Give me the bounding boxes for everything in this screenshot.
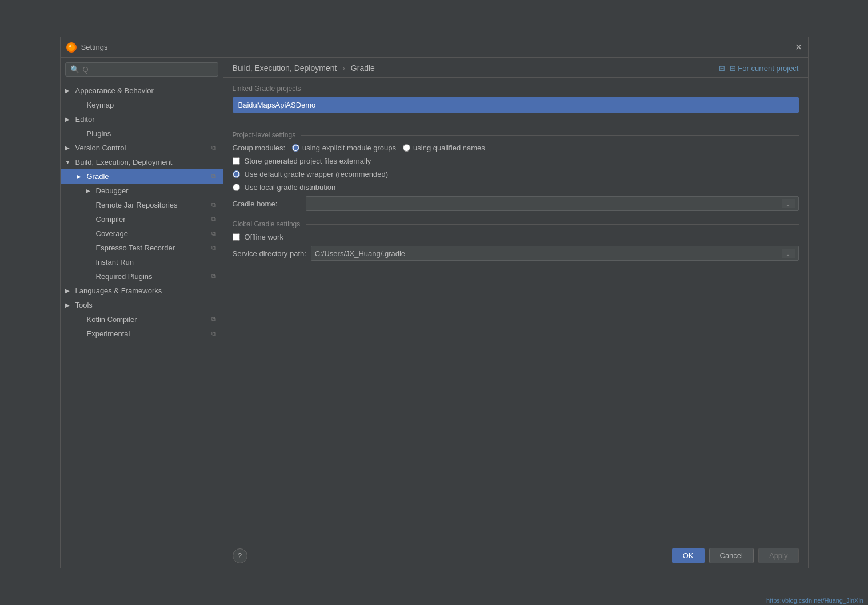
panel-body: Linked Gradle projects BaiduMapsApiASDem… <box>223 78 808 543</box>
arrow-icon: ▶ <box>86 188 93 194</box>
sidebar-item-experimental[interactable]: Experimental ⧉ <box>61 327 223 341</box>
radio-qualified-label: using qualified names <box>413 144 485 152</box>
sidebar-item-label: Espresso Test Recorder <box>96 244 175 252</box>
sidebar-item-compiler[interactable]: Compiler ⧉ <box>61 212 223 226</box>
service-dir-row: Service directory path: C:/Users/JX_Huan… <box>233 246 799 261</box>
radio-local-label[interactable]: Use local gradle distribution <box>245 183 336 192</box>
sidebar-item-build-exec[interactable]: ▼ Build, Execution, Deployment <box>61 155 223 169</box>
copy-icon: ⧉ <box>211 316 216 323</box>
store-files-row: Store generated project files externally <box>233 157 799 165</box>
search-box[interactable]: 🔍 <box>65 62 218 77</box>
sidebar-item-remote-jar[interactable]: Remote Jar Repositories ⧉ <box>61 198 223 212</box>
sidebar-item-gradle[interactable]: ▶ Gradle ⧉ <box>61 169 223 184</box>
service-dir-label: Service directory path: <box>233 249 306 258</box>
svg-point-0 <box>68 44 75 51</box>
gradle-home-browse-button[interactable]: … <box>782 199 795 208</box>
radio-explicit-option[interactable]: using explicit module groups <box>292 144 396 152</box>
sidebar-item-label: Required Plugins <box>96 272 153 281</box>
sidebar-item-label: Keymap <box>87 101 114 109</box>
sidebar-item-label: Remote Jar Repositories <box>96 201 178 209</box>
sidebar-item-keymap[interactable]: Keymap <box>61 98 223 112</box>
close-button[interactable]: ✕ <box>795 42 802 53</box>
arrow-icon: ▶ <box>65 288 72 294</box>
service-dir-value: C:/Users/JX_Huang/.gradle <box>315 249 782 258</box>
offline-work-label[interactable]: Offline work <box>245 233 283 241</box>
breadcrumb: Build, Execution, Deployment › Gradle <box>233 63 375 73</box>
sidebar-item-label: Editor <box>75 115 95 124</box>
search-input[interactable] <box>83 65 213 74</box>
global-section: Global Gradle settings Offline work Serv… <box>233 220 799 261</box>
arrow-icon: ▶ <box>65 87 72 94</box>
bottom-bar: ? OK Cancel Apply <box>223 543 808 568</box>
apply-button[interactable]: Apply <box>758 548 799 563</box>
for-project-button[interactable]: ⊞ ⊞ For current project <box>719 64 799 73</box>
sidebar-item-tools[interactable]: ▶ Tools <box>61 298 223 312</box>
service-dir-browse-button[interactable]: … <box>782 249 795 258</box>
breadcrumb-sep: › <box>342 63 345 73</box>
group-modules-row: Group modules: using explicit module gro… <box>233 144 799 152</box>
main-content: 🔍 ▶ Appearance & Behavior Keymap ▶ Edito… <box>61 58 808 568</box>
sidebar-item-coverage[interactable]: Coverage ⧉ <box>61 226 223 241</box>
bottom-bar-left: ? <box>233 548 247 563</box>
sidebar-item-label: Appearance & Behavior <box>75 86 154 95</box>
arrow-icon: ▼ <box>65 159 72 165</box>
cancel-button[interactable]: Cancel <box>709 548 754 563</box>
copy-icon: ⧉ <box>211 230 216 237</box>
linked-projects-section-label: Linked Gradle projects <box>233 85 799 93</box>
sidebar-item-debugger[interactable]: ▶ Debugger <box>61 184 223 198</box>
help-button[interactable]: ? <box>233 548 247 563</box>
breadcrumb-current: Gradle <box>351 63 375 73</box>
linked-project-item[interactable]: BaiduMapsApiASDemo <box>233 97 799 113</box>
sidebar-item-version-control[interactable]: ▶ Version Control ⧉ <box>61 141 223 155</box>
sidebar-item-appearance[interactable]: ▶ Appearance & Behavior <box>61 83 223 98</box>
gradle-wrapper-row: Use default gradle wrapper (recommended) <box>233 170 799 178</box>
project-level-section: Project-level settings Group modules: us… <box>233 131 799 211</box>
breadcrumb-parent: Build, Execution, Deployment <box>233 63 337 73</box>
main-panel: Build, Execution, Deployment › Gradle ⊞ … <box>223 58 808 568</box>
for-project-icon: ⊞ <box>719 64 725 73</box>
copy-icon: ⧉ <box>211 144 216 152</box>
gradle-local-row: Use local gradle distribution <box>233 183 799 192</box>
sidebar-item-languages[interactable]: ▶ Languages & Frameworks <box>61 284 223 298</box>
sidebar-item-label: Coverage <box>96 229 128 238</box>
url-text: https://blog.csdn.net/Huang_JinXin <box>766 597 863 604</box>
store-files-label[interactable]: Store generated project files externally <box>245 157 371 165</box>
radio-qualified[interactable] <box>403 144 410 152</box>
sidebar-item-label: Plugins <box>87 129 111 138</box>
window-title: Settings <box>81 43 108 51</box>
arrow-icon: ▶ <box>65 145 72 151</box>
copy-icon: ⧉ <box>211 216 216 223</box>
copy-icon: ⧉ <box>211 330 216 337</box>
gradle-home-row: Gradle home: … <box>233 196 799 211</box>
sidebar-item-instant-run[interactable]: Instant Run <box>61 255 223 269</box>
sidebar: 🔍 ▶ Appearance & Behavior Keymap ▶ Edito… <box>61 58 223 568</box>
sidebar-item-espresso[interactable]: Espresso Test Recorder ⧉ <box>61 241 223 255</box>
radio-qualified-option[interactable]: using qualified names <box>403 144 485 152</box>
arrow-icon: ▶ <box>65 116 72 122</box>
sidebar-item-label: Compiler <box>96 215 126 224</box>
ok-button[interactable]: OK <box>672 548 705 563</box>
gradle-home-input[interactable]: … <box>306 196 799 211</box>
radio-wrapper-label[interactable]: Use default gradle wrapper (recommended) <box>245 170 388 178</box>
sidebar-item-label: Version Control <box>75 144 126 152</box>
sidebar-item-editor[interactable]: ▶ Editor <box>61 112 223 126</box>
global-settings-label: Global Gradle settings <box>233 220 799 228</box>
sidebar-item-required-plugins[interactable]: Required Plugins ⧉ <box>61 269 223 284</box>
offline-work-row: Offline work <box>233 233 799 241</box>
panel-header: Build, Execution, Deployment › Gradle ⊞ … <box>223 58 808 78</box>
sidebar-item-label: Languages & Frameworks <box>75 286 162 295</box>
store-files-checkbox[interactable] <box>233 157 240 165</box>
sidebar-item-kotlin-compiler[interactable]: Kotlin Compiler ⧉ <box>61 312 223 327</box>
arrow-icon: ▶ <box>65 302 72 308</box>
titlebar-left: Settings <box>66 42 108 53</box>
copy-icon: ⧉ <box>211 173 216 180</box>
sidebar-item-label: Gradle <box>87 172 109 181</box>
project-level-label: Project-level settings <box>233 131 799 139</box>
radio-explicit[interactable] <box>292 144 299 152</box>
offline-work-checkbox[interactable] <box>233 233 240 241</box>
radio-local[interactable] <box>233 184 240 191</box>
service-dir-input[interactable]: C:/Users/JX_Huang/.gradle … <box>311 246 799 261</box>
radio-wrapper[interactable] <box>233 170 240 178</box>
sidebar-item-plugins[interactable]: Plugins <box>61 126 223 141</box>
sidebar-item-label: Instant Run <box>96 258 134 266</box>
